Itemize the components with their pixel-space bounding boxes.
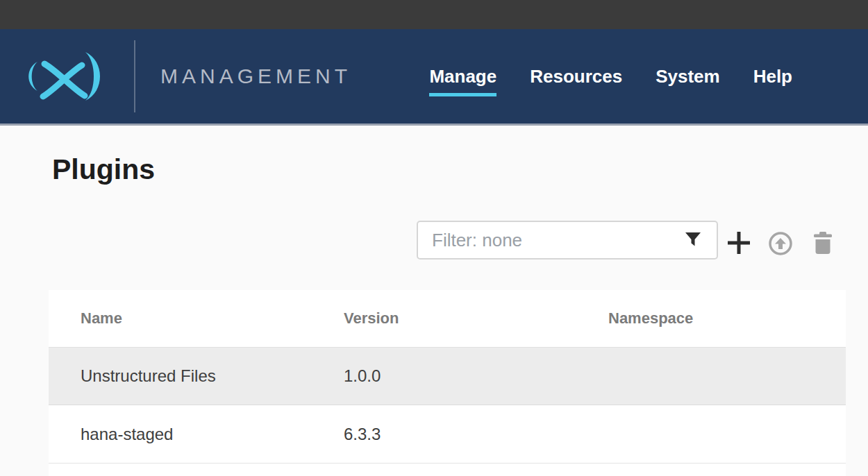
nav-item-resources[interactable]: Resources [530, 57, 622, 96]
delete-plugin-button[interactable] [814, 232, 832, 254]
table-row[interactable]: hana-staged 6.3.3 [49, 405, 846, 464]
column-header-version: Version [344, 309, 608, 328]
table-row[interactable]: Unstructured Files 1.0.0 [49, 347, 846, 405]
nav-item-help[interactable]: Help [753, 57, 792, 96]
plus-icon [726, 230, 751, 255]
upload-plugin-button[interactable] [769, 232, 792, 255]
funnel-icon[interactable] [685, 232, 701, 250]
brand-title: MANAGEMENT [160, 65, 351, 88]
plugin-version-cell: 6.3.3 [344, 425, 608, 444]
filter-input[interactable] [418, 222, 717, 258]
delphix-logo-icon [19, 52, 104, 101]
plugins-page: MANAGEMENT Manage Resources System Help … [0, 0, 868, 476]
browser-chrome-strip [0, 0, 868, 29]
plugin-name-cell: Unstructured Files [81, 366, 344, 386]
upload-icon [769, 232, 792, 255]
plugin-version-cell: 1.0.0 [344, 366, 608, 386]
table-header-row: Name Version Namespace [49, 290, 846, 347]
plugins-table: Name Version Namespace Unstructured File… [49, 290, 846, 476]
plugin-name-cell: hana-staged [81, 425, 344, 444]
header-divider [134, 40, 135, 112]
nav-item-system[interactable]: System [656, 57, 720, 96]
app-header: MANAGEMENT Manage Resources System Help [0, 29, 868, 126]
trash-icon [814, 232, 832, 254]
nav-item-manage[interactable]: Manage [429, 57, 496, 96]
page-title: Plugins [52, 153, 155, 185]
column-header-namespace: Namespace [608, 309, 846, 328]
main-nav: Manage Resources System Help [429, 57, 792, 96]
column-header-name: Name [81, 309, 344, 328]
filter-box [417, 221, 718, 260]
add-plugin-button[interactable] [726, 230, 751, 255]
